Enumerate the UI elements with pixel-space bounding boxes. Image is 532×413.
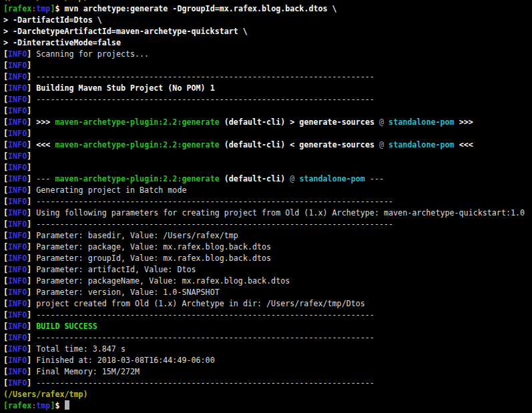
total-time-line: [INFO] Total time: 3.847 s bbox=[3, 344, 532, 355]
terminal-text-segment: (default-cli) bbox=[224, 117, 285, 127]
command-continuation-line: > -DinteractiveMode=false bbox=[3, 37, 532, 49]
terminal-text-segment: ----------------------------------------… bbox=[36, 72, 374, 81]
terminal-text-segment: [ bbox=[3, 151, 8, 161]
terminal-line: [INFO] bbox=[3, 162, 532, 173]
terminal-line: [INFO] ---------------------------------… bbox=[3, 196, 532, 208]
terminal-text-segment: Generating project in Batch mode bbox=[36, 185, 186, 195]
info-tag: INFO bbox=[8, 83, 27, 93]
parameter-line: [INFO] Parameter: package, Value: mx.raf… bbox=[3, 242, 532, 253]
terminal-text-segment: ----------------------------------------… bbox=[36, 95, 374, 104]
terminal[interactable]: (/Users/rafex/tmp)[rafex:tmp]$ mvn arche… bbox=[0, 0, 532, 412]
terminal-text-segment: [ bbox=[3, 242, 8, 252]
info-tag: INFO bbox=[8, 117, 27, 127]
terminal-text-segment: ] bbox=[27, 288, 36, 297]
terminal-text-segment: [ bbox=[3, 49, 8, 59]
terminal-text-segment: < generate-sources bbox=[290, 140, 374, 149]
terminal-text-segment: --- bbox=[365, 174, 384, 183]
info-tag: INFO bbox=[8, 220, 27, 229]
terminal-text-segment: BUILD SUCCESS bbox=[36, 322, 97, 331]
command-continuation-line: > -DartifactId=Dtos \ bbox=[3, 15, 532, 26]
parameter-line: [INFO] Parameter: artifactId, Value: Dto… bbox=[3, 264, 532, 276]
info-tag: INFO bbox=[8, 333, 27, 342]
terminal-text-segment: ] bbox=[27, 242, 36, 252]
info-tag: INFO bbox=[8, 208, 27, 218]
terminal-text-segment: [ bbox=[3, 163, 8, 172]
terminal-text-segment: Finished at: 2018-03-08T16:44:49-06:00 bbox=[36, 356, 214, 365]
terminal-text-segment: ] bbox=[27, 140, 36, 149]
terminal-text-segment: ] bbox=[27, 151, 36, 161]
terminal-text-segment: ] bbox=[27, 231, 36, 240]
terminal-text-segment: [ bbox=[3, 333, 8, 342]
terminal-text-segment: ] bbox=[27, 276, 36, 286]
info-tag: INFO bbox=[8, 367, 27, 376]
terminal-text-segment: ----------------------------------------… bbox=[36, 310, 374, 320]
terminal-text-segment: [ bbox=[3, 117, 8, 127]
info-tag: INFO bbox=[8, 378, 27, 388]
project-created-line: [INFO] project created from Old (1.x) Ar… bbox=[3, 298, 532, 310]
terminal-text-segment: [ bbox=[3, 231, 8, 240]
info-tag: INFO bbox=[8, 276, 27, 286]
terminal-text-segment: [ bbox=[3, 197, 8, 206]
terminal-text-segment bbox=[374, 140, 379, 149]
terminal-text-segment: (default-cli) bbox=[224, 174, 285, 183]
terminal-text-segment: [ bbox=[3, 367, 8, 376]
terminal-text-segment: Parameter: version, Value: 1.0-SNAPSHOT bbox=[36, 288, 219, 297]
terminal-text-segment: [rafex bbox=[3, 401, 31, 410]
info-tag: INFO bbox=[8, 49, 27, 59]
terminal-text-segment: maven-archetype-plugin:2.2:generate bbox=[55, 140, 224, 149]
terminal-text-segment: ----------------------------------------… bbox=[36, 220, 393, 229]
terminal-text-segment: @ bbox=[379, 117, 384, 127]
cursor bbox=[65, 400, 69, 410]
terminal-text-segment: standalone-pom bbox=[388, 117, 455, 127]
terminal-text-segment: @ bbox=[379, 140, 384, 149]
info-tag: INFO bbox=[8, 174, 27, 183]
info-tag: INFO bbox=[8, 106, 27, 115]
terminal-text-segment: Parameter: artifactId, Value: Dtos bbox=[36, 265, 196, 274]
terminal-text-segment: project created from Old (1.x) Archetype… bbox=[36, 299, 365, 308]
terminal-text-segment: > -DartifactId=Dtos \ bbox=[3, 15, 102, 25]
terminal-text-segment: standalone-pom bbox=[388, 140, 455, 149]
terminal-text-segment: > -DinteractiveMode=false bbox=[3, 38, 121, 47]
forked-goal-end-line: [INFO] <<< maven-archetype-plugin:2.2:ge… bbox=[3, 139, 532, 151]
terminal-text-segment: [ bbox=[3, 322, 8, 331]
terminal-text-segment: [ bbox=[3, 265, 8, 274]
prompt-line: [rafex:tmp]$ bbox=[3, 400, 532, 412]
terminal-text-segment: ] bbox=[27, 208, 36, 218]
terminal-text-segment: [ bbox=[3, 129, 8, 138]
terminal-text-segment: tmp bbox=[36, 401, 50, 410]
info-tag: INFO bbox=[8, 242, 27, 252]
terminal-text-segment: ] bbox=[27, 310, 36, 320]
terminal-line: [INFO] bbox=[3, 105, 532, 117]
build-success-line: [INFO] BUILD SUCCESS bbox=[3, 321, 532, 332]
terminal-line: [INFO] bbox=[3, 60, 532, 71]
terminal-text-segment: ] bbox=[27, 378, 36, 388]
terminal-text-segment: [ bbox=[3, 276, 8, 286]
info-tag: INFO bbox=[8, 322, 27, 331]
terminal-text-segment: ] bbox=[27, 49, 36, 59]
terminal-text-segment: ] bbox=[27, 322, 36, 331]
terminal-text-segment: ] bbox=[27, 61, 36, 70]
terminal-line: [INFO] bbox=[3, 151, 532, 162]
terminal-text-segment: > -DarchetypeArtifactId=maven-archetype-… bbox=[3, 27, 248, 36]
terminal-text-segment: ] bbox=[27, 129, 36, 138]
info-tag: INFO bbox=[8, 299, 27, 308]
terminal-text-segment: ] bbox=[27, 83, 36, 93]
info-tag: INFO bbox=[8, 129, 27, 138]
terminal-text-segment: [ bbox=[3, 378, 8, 388]
info-tag: INFO bbox=[8, 185, 27, 195]
terminal-text-segment: <<< bbox=[455, 140, 473, 149]
terminal-text-segment: (/Users/rafex/tmp) bbox=[3, 0, 88, 2]
terminal-line: [INFO] ---------------------------------… bbox=[3, 310, 532, 321]
terminal-text-segment: ] bbox=[27, 185, 36, 195]
terminal-text-segment: [ bbox=[3, 254, 8, 263]
terminal-text-segment: [ bbox=[3, 356, 8, 365]
terminal-text-segment: Parameter: packageName, Value: mx.rafex.… bbox=[36, 276, 290, 286]
terminal-text-segment: Using following parameters for creating … bbox=[36, 208, 525, 218]
terminal-text-segment: ] bbox=[27, 356, 36, 365]
terminal-text-segment: ] bbox=[27, 106, 36, 115]
terminal-text-segment: ] bbox=[27, 197, 36, 206]
terminal-text-segment: [ bbox=[3, 299, 8, 308]
terminal-text-segment: ] bbox=[27, 163, 36, 172]
terminal-text-segment: [ bbox=[3, 185, 8, 195]
info-tag: INFO bbox=[8, 310, 27, 320]
